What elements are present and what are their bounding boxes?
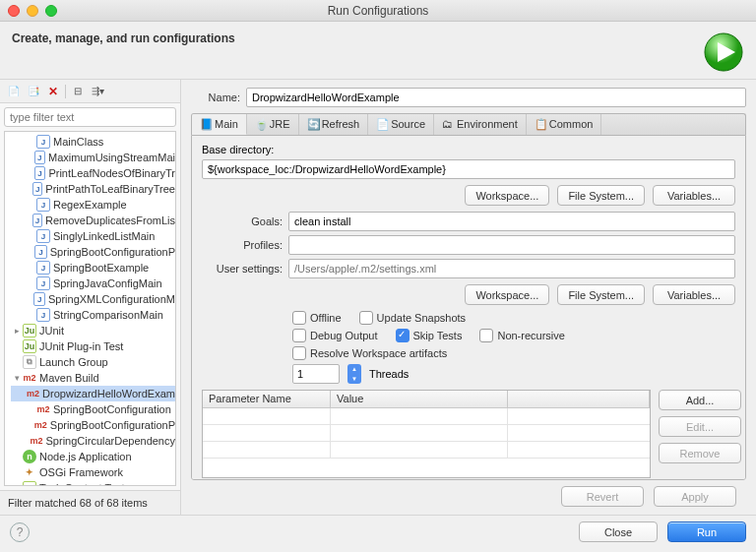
profiles-label: Profiles: (202, 239, 283, 251)
tree-leaf-maven[interactable]: m2SpringCircularDependency (11, 433, 175, 449)
filter-input[interactable] (4, 107, 176, 127)
tab-common[interactable]: 📋Common (527, 113, 602, 135)
tree-node-osgi[interactable]: ✦OSGi Framework (11, 464, 175, 480)
tree-node-launch-group[interactable]: ⧉Launch Group (11, 354, 175, 370)
filter-status: Filter matched 68 of 68 items (0, 490, 180, 515)
param-name-header[interactable]: Parameter Name (203, 391, 331, 407)
window-title: Run Configurations (0, 4, 756, 18)
param-add-button[interactable]: Add... (659, 390, 741, 410)
name-label: Name: (191, 92, 240, 103)
table-row[interactable] (203, 442, 650, 459)
refresh-tab-icon: 🔄 (307, 118, 319, 130)
update-snapshots-checkbox-label[interactable]: Update Snapshots (359, 311, 467, 325)
base-variables-button[interactable]: Variables... (653, 185, 735, 206)
new-config-icon[interactable]: 📄 (6, 84, 22, 99)
tree-leaf-maven[interactable]: m2DropwizardHelloWordExam (11, 386, 175, 401)
tab-environment[interactable]: 🗂Environment (434, 113, 527, 135)
tree-leaf-java[interactable]: JPrintPathToLeafBinaryTree (11, 181, 175, 197)
goals-label: Goals: (202, 215, 283, 227)
base-directory-label: Base directory: (202, 144, 735, 155)
parameters-table[interactable]: Parameter Name Value (202, 390, 651, 478)
tree-leaf-java[interactable]: JSpringJavaConfigMain (11, 276, 175, 291)
offline-checkbox[interactable] (292, 311, 306, 325)
tree-leaf-java[interactable]: JMaximumUsingStreamMai (11, 150, 175, 165)
param-remove-button: Remove (659, 443, 741, 463)
tree-node-maven-build[interactable]: ▾m2Maven Build (11, 370, 175, 386)
threads-stepper[interactable]: ▲▼ (347, 364, 361, 384)
dialog-header: Create, manage, and run configurations (0, 22, 756, 80)
tree-leaf-java[interactable]: JSpringXMLConfigurationM (11, 291, 175, 307)
param-edit-button: Edit... (659, 416, 741, 437)
debug-output-checkbox-label[interactable]: Debug Output (292, 329, 378, 342)
dialog-title: Create, manage, and run configurations (12, 31, 703, 45)
tab-main-body: Base directory: Workspace... File System… (191, 135, 746, 480)
collapse-all-icon[interactable]: ⊟ (70, 84, 86, 99)
delete-config-icon[interactable]: ✕ (45, 84, 61, 99)
tree-leaf-java[interactable]: JRemoveDuplicatesFromLis (11, 213, 175, 228)
tab-jre[interactable]: 🍵JRE (247, 113, 299, 135)
tree-leaf-java[interactable]: JRegexExample (11, 197, 175, 213)
tab-main[interactable]: 📘Main (192, 113, 247, 135)
main-tab-icon: 📘 (200, 118, 212, 130)
close-button[interactable]: Close (579, 521, 658, 542)
tree-leaf-java[interactable]: JMainClass (11, 134, 175, 150)
table-row[interactable] (203, 425, 650, 442)
resolve-workspace-checkbox[interactable] (292, 346, 306, 360)
skip-tests-checkbox-label[interactable]: Skip Tests (396, 329, 463, 342)
threads-label: Threads (369, 368, 409, 380)
tree-node-junit[interactable]: ▸JuJUnit (11, 323, 175, 338)
tree-leaf-java[interactable]: JPrintLeafNodesOfBinaryTr (11, 165, 175, 181)
threads-input[interactable] (292, 364, 340, 384)
tree-leaf-maven[interactable]: m2SpringBootConfigurationP (11, 417, 175, 433)
base-directory-input[interactable] (202, 159, 735, 179)
offline-checkbox-label[interactable]: Offline (292, 311, 342, 325)
base-filesystem-button[interactable]: File System... (557, 185, 645, 206)
configurations-toolbar: 📄 📑 ✕ ⊟ ⇶▾ (0, 80, 180, 103)
name-input[interactable] (246, 88, 746, 107)
jre-tab-icon: 🍵 (255, 118, 267, 130)
tree-node-junit-plugin[interactable]: JuJUnit Plug-in Test (11, 338, 175, 354)
base-workspace-button[interactable]: Workspace... (465, 185, 549, 206)
tree-leaf-maven[interactable]: m2SpringBootConfiguration (11, 401, 175, 417)
source-tab-icon: 📄 (376, 118, 388, 130)
run-icon (703, 31, 744, 73)
settings-filesystem-button[interactable]: File System... (557, 284, 645, 305)
duplicate-config-icon[interactable]: 📑 (26, 84, 41, 99)
tree-leaf-java[interactable]: JSpringBootExample (11, 260, 175, 276)
help-icon[interactable]: ? (10, 522, 30, 542)
profiles-input[interactable] (288, 235, 735, 255)
settings-variables-button[interactable]: Variables... (653, 284, 735, 305)
non-recursive-checkbox-label[interactable]: Non-recursive (479, 329, 564, 342)
tree-node-task-context[interactable]: JuTask Context Test (11, 480, 175, 486)
tab-refresh[interactable]: 🔄Refresh (299, 113, 369, 135)
user-settings-input[interactable] (288, 259, 735, 278)
revert-button: Revert (561, 486, 644, 507)
debug-output-checkbox[interactable] (292, 329, 306, 342)
environment-tab-icon: 🗂 (442, 118, 454, 130)
user-settings-label: User settings: (202, 263, 283, 275)
apply-button: Apply (654, 486, 736, 507)
configurations-tree[interactable]: JMainClassJMaximumUsingStreamMaiJPrintLe… (4, 131, 176, 486)
update-snapshots-checkbox[interactable] (359, 311, 373, 325)
tree-node-nodejs[interactable]: nNode.js Application (11, 449, 175, 464)
non-recursive-checkbox[interactable] (479, 329, 493, 342)
run-button[interactable]: Run (667, 521, 746, 542)
configurations-panel: 📄 📑 ✕ ⊟ ⇶▾ JMainClassJMaximumUsingStream… (0, 80, 181, 515)
tree-leaf-java[interactable]: JSinglyLinkedListMain (11, 228, 175, 244)
tree-leaf-java[interactable]: JStringComparisonMain (11, 307, 175, 323)
resolve-workspace-checkbox-label[interactable]: Resolve Workspace artifacts (292, 346, 447, 360)
skip-tests-checkbox[interactable] (396, 329, 410, 342)
common-tab-icon: 📋 (535, 118, 546, 130)
tab-source[interactable]: 📄Source (368, 113, 434, 135)
table-row[interactable] (203, 408, 650, 425)
titlebar: Run Configurations (0, 0, 756, 22)
dialog-footer: ? Close Run (0, 515, 756, 552)
config-tabs: 📘Main 🍵JRE 🔄Refresh 📄Source 🗂Environment… (191, 113, 746, 135)
configuration-detail: Name: 📘Main 🍵JRE 🔄Refresh 📄Source 🗂Envir… (181, 80, 756, 515)
tree-leaf-java[interactable]: JSpringBootConfigurationP (11, 244, 175, 260)
settings-workspace-button[interactable]: Workspace... (465, 284, 549, 305)
goals-input[interactable] (288, 212, 735, 231)
filter-icon[interactable]: ⇶▾ (90, 84, 105, 99)
param-value-header[interactable]: Value (331, 391, 508, 407)
